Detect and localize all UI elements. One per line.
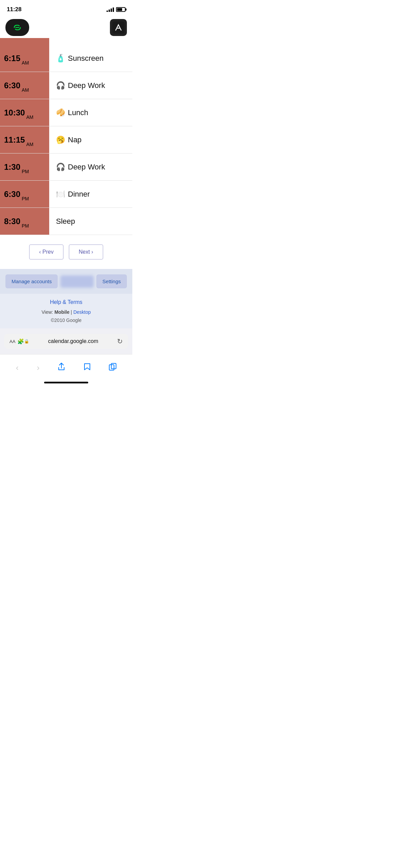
- browser-bar: AA 🧩 🔒 calendar.google.com ↻: [4, 334, 128, 349]
- home-indicator: [0, 378, 132, 385]
- event-name: Deep Work: [68, 81, 105, 90]
- back-button[interactable]: ‹: [11, 360, 24, 375]
- app-icon-square: [110, 19, 127, 36]
- extension-icon: 🧩: [17, 338, 24, 345]
- event-name: Nap: [68, 135, 81, 144]
- time-value: 11:15: [4, 136, 25, 144]
- event-name: Sunscreen: [68, 54, 103, 63]
- lock-icon: 🔒: [24, 339, 29, 344]
- time-value: 10:30: [4, 109, 25, 117]
- link-chain-icon: [12, 22, 22, 33]
- event-column: Sleep: [49, 208, 132, 235]
- footer-bar: Manage accounts Settings: [0, 269, 132, 294]
- time-column: 6:30AM: [0, 72, 49, 99]
- time-column: 11:15AM: [0, 126, 49, 153]
- schedule-row[interactable]: 11:15AM🥱Nap: [0, 126, 132, 153]
- event-column: 🎧Deep Work: [49, 72, 132, 99]
- footer-center-blurred: [60, 275, 93, 288]
- square-app-icon: [112, 21, 125, 34]
- settings-button[interactable]: Settings: [96, 274, 127, 288]
- time-ampm: AM: [22, 87, 29, 93]
- share-icon: [58, 363, 65, 371]
- schedule-row[interactable]: 8:30PMSleep: [0, 208, 132, 235]
- status-time: 11:28: [7, 6, 21, 13]
- mobile-view-label: Mobile: [54, 309, 69, 315]
- event-column: 🍽️Dinner: [49, 181, 132, 207]
- event-column: 🎧Deep Work: [49, 153, 132, 180]
- event-name: Lunch: [68, 108, 88, 117]
- next-button[interactable]: Next ›: [69, 245, 103, 259]
- top-color-strip: [0, 38, 132, 45]
- time-ampm: AM: [26, 114, 33, 120]
- browser-area: AA 🧩 🔒 calendar.google.com ↻: [0, 328, 132, 354]
- pagination: ‹ Prev Next ›: [0, 235, 132, 269]
- event-name: Deep Work: [68, 163, 105, 171]
- copyright-text: ©2010 Google: [5, 318, 127, 323]
- time-value: 8:30: [4, 217, 20, 225]
- schedule-row[interactable]: 6:30PM🍽️Dinner: [0, 181, 132, 208]
- battery-icon: [116, 7, 126, 12]
- schedule-row[interactable]: 6:30AM🎧Deep Work: [0, 72, 132, 99]
- signal-bars-icon: [107, 7, 114, 12]
- status-right-icons: [107, 7, 126, 12]
- event-emoji: 🥱: [56, 135, 65, 144]
- event-column: 🥠Lunch: [49, 99, 132, 126]
- event-emoji: 🧴: [56, 54, 65, 63]
- bookmarks-icon: [83, 363, 91, 371]
- time-column: 8:30PM: [0, 208, 49, 235]
- event-column: 🥱Nap: [49, 126, 132, 153]
- time-value: 6:30: [4, 190, 20, 198]
- event-name: Dinner: [68, 190, 90, 199]
- time-column: 6:15AM: [0, 45, 49, 72]
- time-ampm: PM: [22, 196, 29, 201]
- time-ampm: AM: [26, 142, 33, 147]
- time-ampm: PM: [22, 169, 29, 174]
- share-button[interactable]: [52, 360, 71, 376]
- home-indicator-bar: [44, 382, 88, 383]
- time-value: 1:30: [4, 163, 20, 171]
- event-emoji: 🎧: [56, 163, 65, 171]
- event-emoji: 🎧: [56, 81, 65, 90]
- browser-left-controls: AA 🧩: [9, 338, 24, 345]
- time-column: 1:30PM: [0, 153, 49, 180]
- footer-links: Help & Terms View: Mobile | Desktop ©201…: [0, 294, 132, 328]
- time-ampm: AM: [22, 60, 29, 66]
- refresh-button[interactable]: ↻: [117, 337, 123, 345]
- schedule-row[interactable]: 10:30AM🥠Lunch: [0, 99, 132, 126]
- schedule-row[interactable]: 6:15AM🧴Sunscreen: [0, 45, 132, 72]
- tabs-icon: [109, 363, 116, 370]
- time-column: 10:30AM: [0, 99, 49, 126]
- bookmarks-button[interactable]: [78, 360, 96, 376]
- forward-button[interactable]: ›: [31, 360, 45, 375]
- time-value: 6:15: [4, 54, 20, 62]
- tabs-button[interactable]: [103, 360, 122, 375]
- schedule-container: 6:15AM🧴Sunscreen6:30AM🎧Deep Work10:30AM🥠…: [0, 45, 132, 235]
- time-value: 6:30: [4, 82, 20, 90]
- svg-rect-0: [112, 21, 125, 34]
- event-emoji: 🍽️: [56, 190, 65, 199]
- view-label: View:: [42, 309, 53, 315]
- app-icon-pill: [5, 19, 29, 36]
- top-app-bar: [0, 17, 132, 38]
- prev-button[interactable]: ‹ Prev: [29, 245, 63, 259]
- font-size-control[interactable]: AA: [9, 339, 15, 344]
- event-emoji: 🥠: [56, 108, 65, 117]
- url-bar[interactable]: calendar.google.com: [32, 338, 114, 344]
- event-name: Sleep: [56, 217, 75, 226]
- status-bar: 11:28: [0, 0, 132, 17]
- manage-accounts-button[interactable]: Manage accounts: [5, 274, 58, 288]
- time-column: 6:30PM: [0, 181, 49, 207]
- help-terms-link[interactable]: Help & Terms: [5, 299, 127, 305]
- view-separator: |: [71, 309, 72, 315]
- schedule-row[interactable]: 1:30PM🎧Deep Work: [0, 153, 132, 181]
- event-column: 🧴Sunscreen: [49, 45, 132, 72]
- view-line: View: Mobile | Desktop: [5, 309, 127, 315]
- desktop-view-link[interactable]: Desktop: [73, 309, 91, 315]
- bottom-navigation: ‹ ›: [0, 354, 132, 378]
- time-ampm: PM: [22, 223, 29, 229]
